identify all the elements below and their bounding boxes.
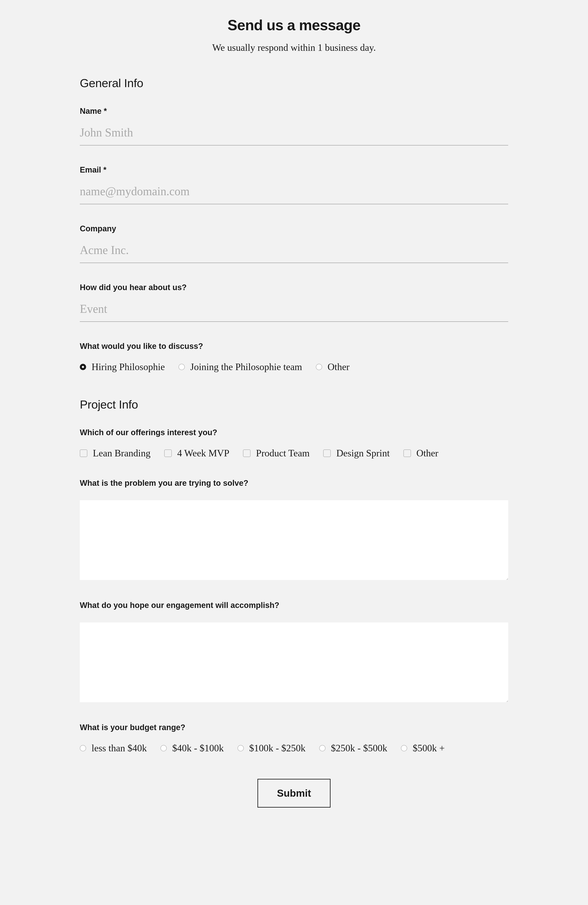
radio-budget-250k[interactable]: $100k - $250k <box>237 743 305 754</box>
company-input[interactable] <box>80 240 508 263</box>
radio-other-discuss-input[interactable] <box>316 364 322 370</box>
offerings-options: Lean Branding 4 Week MVP Product Team De… <box>80 448 508 459</box>
company-label: Company <box>80 224 508 233</box>
field-discuss: What would you like to discuss? Hiring P… <box>80 342 508 372</box>
checkbox-product-team-input[interactable] <box>243 449 251 457</box>
checkbox-design-sprint[interactable]: Design Sprint <box>323 448 389 459</box>
checkbox-product-team-label: Product Team <box>256 448 310 459</box>
field-company: Company <box>80 224 508 263</box>
radio-budget-500kplus-label: $500k + <box>413 743 445 754</box>
radio-budget-500kplus-input[interactable] <box>401 745 407 751</box>
radio-budget-500k-input[interactable] <box>319 745 326 751</box>
checkbox-lean-branding[interactable]: Lean Branding <box>80 448 151 459</box>
checkbox-other-offering-label: Other <box>416 448 439 459</box>
radio-budget-40k[interactable]: less than $40k <box>80 743 147 754</box>
email-input[interactable] <box>80 181 508 204</box>
radio-budget-40k-label: less than $40k <box>92 743 147 754</box>
radio-joining-input[interactable] <box>178 364 185 370</box>
radio-joining-label: Joining the Philosophie team <box>190 361 302 372</box>
hear-input[interactable] <box>80 298 508 322</box>
radio-budget-100k-input[interactable] <box>161 745 167 751</box>
problem-textarea[interactable] <box>80 500 508 580</box>
field-hear-about: How did you hear about us? <box>80 283 508 322</box>
problem-label: What is the problem you are trying to so… <box>80 479 508 487</box>
radio-budget-100k[interactable]: $40k - $100k <box>161 743 224 754</box>
checkbox-lean-branding-input[interactable] <box>80 449 87 457</box>
field-name: Name * <box>80 106 508 146</box>
radio-budget-250k-input[interactable] <box>237 745 244 751</box>
checkbox-4week-mvp-label: 4 Week MVP <box>177 448 229 459</box>
field-engagement: What do you hope our engagement will acc… <box>80 601 508 703</box>
discuss-label: What would you like to discuss? <box>80 342 508 351</box>
radio-hiring-input[interactable] <box>80 364 86 370</box>
name-label: Name * <box>80 106 508 116</box>
budget-label: What is your budget range? <box>80 723 508 732</box>
radio-budget-100k-label: $40k - $100k <box>172 743 224 754</box>
hear-label: How did you hear about us? <box>80 283 508 292</box>
budget-options: less than $40k $40k - $100k $100k - $250… <box>80 743 508 754</box>
submit-button[interactable]: Submit <box>257 779 331 808</box>
section-heading-general: General Info <box>80 76 508 90</box>
engagement-textarea[interactable] <box>80 622 508 702</box>
field-problem: What is the problem you are trying to so… <box>80 479 508 581</box>
radio-budget-500kplus[interactable]: $500k + <box>401 743 445 754</box>
radio-hiring[interactable]: Hiring Philosophie <box>80 361 165 372</box>
radio-hiring-label: Hiring Philosophie <box>92 361 165 372</box>
discuss-options: Hiring Philosophie Joining the Philosoph… <box>80 361 508 372</box>
radio-joining[interactable]: Joining the Philosophie team <box>178 361 302 372</box>
section-heading-project: Project Info <box>80 398 508 411</box>
submit-row: Submit <box>80 779 508 808</box>
checkbox-design-sprint-label: Design Sprint <box>336 448 389 459</box>
field-offerings: Which of our offerings interest you? Lea… <box>80 428 508 459</box>
checkbox-other-offering[interactable]: Other <box>404 448 439 459</box>
checkbox-product-team[interactable]: Product Team <box>243 448 310 459</box>
field-budget: What is your budget range? less than $40… <box>80 723 508 754</box>
radio-budget-40k-input[interactable] <box>80 745 86 751</box>
page-title: Send us a message <box>80 17 508 33</box>
checkbox-4week-mvp-input[interactable] <box>164 449 172 457</box>
engagement-label: What do you hope our engagement will acc… <box>80 601 508 610</box>
page-subtitle: We usually respond within 1 business day… <box>80 42 508 53</box>
offerings-label: Which of our offerings interest you? <box>80 428 508 437</box>
email-label: Email * <box>80 165 508 175</box>
radio-other-discuss[interactable]: Other <box>316 361 350 372</box>
radio-budget-250k-label: $100k - $250k <box>249 743 305 754</box>
checkbox-other-offering-input[interactable] <box>404 449 411 457</box>
name-input[interactable] <box>80 122 508 146</box>
checkbox-4week-mvp[interactable]: 4 Week MVP <box>164 448 229 459</box>
radio-other-discuss-label: Other <box>327 361 350 372</box>
field-email: Email * <box>80 165 508 204</box>
contact-form: Send us a message We usually respond wit… <box>80 17 508 808</box>
radio-budget-500k-label: $250k - $500k <box>331 743 387 754</box>
checkbox-lean-branding-label: Lean Branding <box>93 448 151 459</box>
radio-budget-500k[interactable]: $250k - $500k <box>319 743 387 754</box>
checkbox-design-sprint-input[interactable] <box>323 449 331 457</box>
